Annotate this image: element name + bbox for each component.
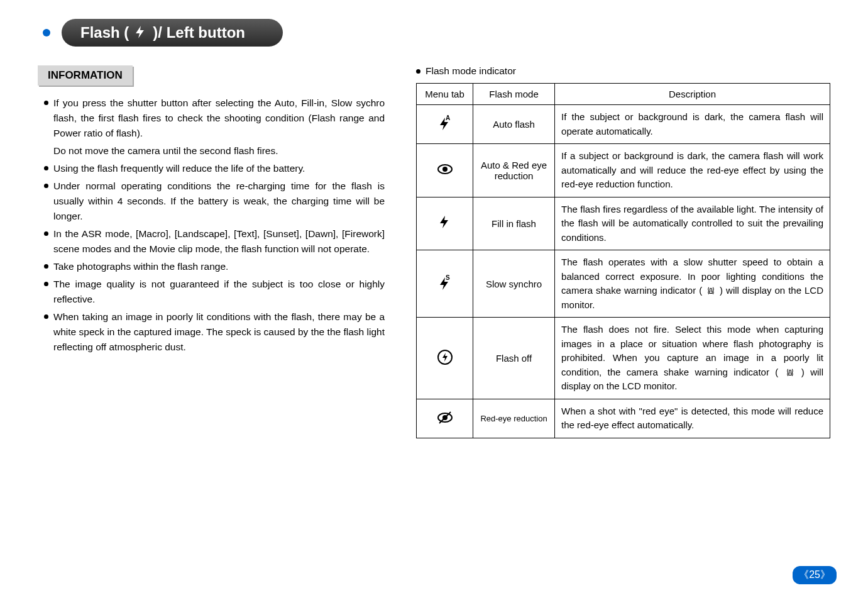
info-item: When taking an image in poorly lit condi…	[44, 309, 385, 355]
table-caption-text: Flash mode indicator	[426, 65, 516, 77]
th-menu: Menu tab	[417, 84, 473, 105]
cell-desc: The flash operates with a slow shutter s…	[555, 250, 830, 318]
cell-mode: Red-eye reduction	[473, 399, 555, 438]
flash-bolt-icon	[133, 25, 149, 41]
bullet-icon	[44, 264, 48, 269]
table-row: Red-eye reduction When a shot with "red …	[417, 399, 830, 438]
info-text: Using the flash frequently will reduce t…	[53, 161, 305, 176]
flash-auto-icon	[437, 115, 453, 131]
bullet-icon	[44, 166, 48, 170]
title-bar: Flash ( )/ Left button	[38, 19, 830, 47]
info-subline: Do not move the camera until the second …	[53, 143, 385, 158]
info-item: In the ASR mode, [Macro], [Landscape], […	[44, 226, 385, 257]
info-text: If you press the shutter button after se…	[53, 96, 385, 141]
info-text: In the ASR mode, [Macro], [Landscape], […	[53, 226, 385, 257]
title-dot-icon	[38, 24, 55, 42]
info-item: The image quality is not guaranteed if t…	[44, 277, 385, 307]
page-number: 《25》	[793, 566, 837, 584]
fill-flash-icon	[437, 214, 453, 231]
info-item: Using the flash frequently will reduce t…	[44, 161, 385, 176]
info-text: Take photographs within the flash range.	[53, 259, 228, 274]
cell-mode: Flash off	[473, 318, 555, 399]
flash-off-icon	[437, 349, 453, 365]
bullet-icon	[416, 69, 420, 74]
table-row: Flash off The flash does not fire. Selec…	[417, 318, 830, 399]
cell-icon	[417, 318, 473, 399]
cell-desc: When a shot with "red eye" is detected, …	[555, 399, 830, 438]
cell-desc: If the subject or background is dark, th…	[555, 105, 830, 144]
bullet-icon	[44, 101, 48, 105]
cell-mode: Slow synchro	[473, 250, 555, 318]
cell-mode: Auto flash	[473, 105, 555, 144]
shake-warning-icon	[705, 286, 717, 297]
slow-sync-icon	[437, 275, 453, 291]
table-row: Fill in flash The flash fires regardless…	[417, 197, 830, 250]
th-mode: Flash mode	[473, 84, 555, 105]
info-item: Under normal operating conditions the re…	[44, 179, 385, 224]
title-prefix: Flash (	[80, 24, 129, 42]
table-row: Auto & Red eye reduction If a subject or…	[417, 144, 830, 197]
cell-icon	[417, 399, 473, 438]
bullet-icon	[44, 231, 48, 236]
info-text: The image quality is not guaranteed if t…	[53, 277, 385, 307]
info-item: If you press the shutter button after se…	[44, 96, 385, 141]
page-title: Flash ( )/ Left button	[62, 19, 283, 47]
shake-warning-icon	[784, 367, 796, 379]
bullet-icon	[44, 314, 48, 319]
bullet-icon	[44, 184, 48, 188]
table-header-row: Menu tab Flash mode Description	[417, 84, 830, 105]
table-row: Auto flash If the subject or background …	[417, 105, 830, 144]
title-suffix: )/ Left button	[153, 24, 245, 42]
red-eye-icon	[437, 161, 453, 177]
info-column: INFORMATION If you press the shutter but…	[38, 65, 391, 438]
cell-desc: The flash does not fire. Select this mod…	[555, 318, 830, 399]
cell-desc: The flash fires regardless of the availa…	[555, 197, 830, 250]
cell-icon	[417, 144, 473, 197]
cell-desc: If a subject or background is dark, the …	[555, 144, 830, 197]
cell-icon	[417, 105, 473, 144]
table-caption: Flash mode indicator	[416, 65, 830, 77]
table-row: Slow synchro The flash operates with a s…	[417, 250, 830, 318]
info-heading: INFORMATION	[38, 65, 133, 86]
flash-mode-table: Menu tab Flash mode Description Auto fla…	[416, 83, 830, 438]
cell-mode: Auto & Red eye reduction	[473, 144, 555, 197]
info-text: When taking an image in poorly lit condi…	[53, 309, 385, 355]
info-item: Take photographs within the flash range.	[44, 259, 385, 274]
info-text: Under normal operating conditions the re…	[53, 179, 385, 224]
cell-mode: Fill in flash	[473, 197, 555, 250]
cell-icon	[417, 197, 473, 250]
th-desc: Description	[555, 84, 830, 105]
bullet-icon	[44, 282, 48, 286]
cell-icon	[417, 250, 473, 318]
table-column: Flash mode indicator Menu tab Flash mode…	[416, 65, 830, 438]
red-eye-fix-icon	[437, 409, 453, 426]
